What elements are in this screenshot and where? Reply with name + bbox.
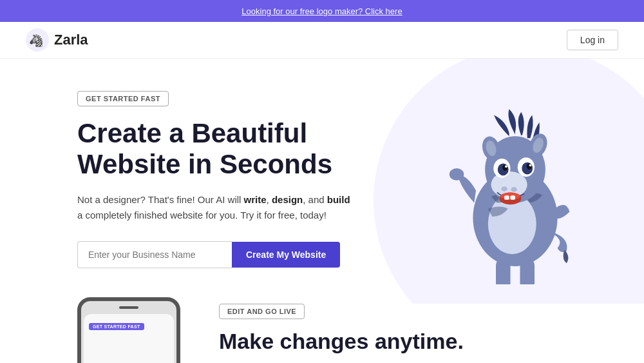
lower-section: GET STARTED FAST EDIT AND GO LIVE Make c…	[0, 297, 644, 363]
business-name-input[interactable]	[77, 241, 232, 268]
svg-text:🦓: 🦓	[29, 34, 44, 48]
bold-design: design	[272, 194, 303, 205]
zarla-logo-icon: 🦓	[26, 28, 49, 52]
phone-mockup: GET STARTED FAST	[77, 297, 180, 363]
top-banner: Looking for our free logo maker? Click h…	[0, 0, 644, 22]
phone-screen-inner: GET STARTED FAST	[84, 314, 174, 336]
hero-mascot-area	[412, 84, 618, 291]
navbar: 🦓 Zarla Log in	[0, 22, 644, 59]
lower-section-title: Make changes anytime.	[219, 328, 464, 355]
svg-rect-11	[511, 195, 516, 200]
bold-build: build	[327, 194, 350, 205]
zebra-mascot	[431, 91, 599, 284]
logo-text: Zarla	[54, 32, 88, 48]
hero-subtitle: Not a designer? That's fine! Our AI will…	[77, 192, 354, 223]
svg-rect-25	[496, 259, 511, 284]
bold-write: write	[244, 194, 267, 205]
hero-badge: GET STARTED FAST	[77, 91, 169, 106]
svg-point-24	[450, 168, 464, 181]
svg-point-7	[511, 187, 516, 192]
svg-rect-26	[520, 259, 535, 284]
lower-text-area: EDIT AND GO LIVE Make changes anytime.	[219, 297, 464, 355]
svg-point-18	[505, 165, 507, 168]
phone-screen: GET STARTED FAST	[84, 314, 174, 363]
svg-rect-10	[504, 195, 509, 200]
phone-badge: GET STARTED FAST	[89, 323, 144, 330]
login-button[interactable]: Log in	[567, 30, 618, 50]
svg-point-19	[529, 164, 532, 166]
banner-link[interactable]: Looking for our free logo maker? Click h…	[242, 6, 402, 16]
edit-go-live-badge: EDIT AND GO LIVE	[219, 304, 305, 319]
logo-area: 🦓 Zarla	[26, 28, 88, 52]
cta-row: Create My Website	[77, 241, 412, 268]
hero-section: GET STARTED FAST Create a Beautiful Webs…	[0, 59, 644, 304]
hero-content: GET STARTED FAST Create a Beautiful Webs…	[77, 84, 412, 268]
hero-title: Create a Beautiful Website in Seconds	[77, 118, 412, 181]
create-website-button[interactable]: Create My Website	[232, 242, 340, 268]
svg-point-6	[501, 186, 507, 191]
svg-point-9	[501, 193, 520, 200]
